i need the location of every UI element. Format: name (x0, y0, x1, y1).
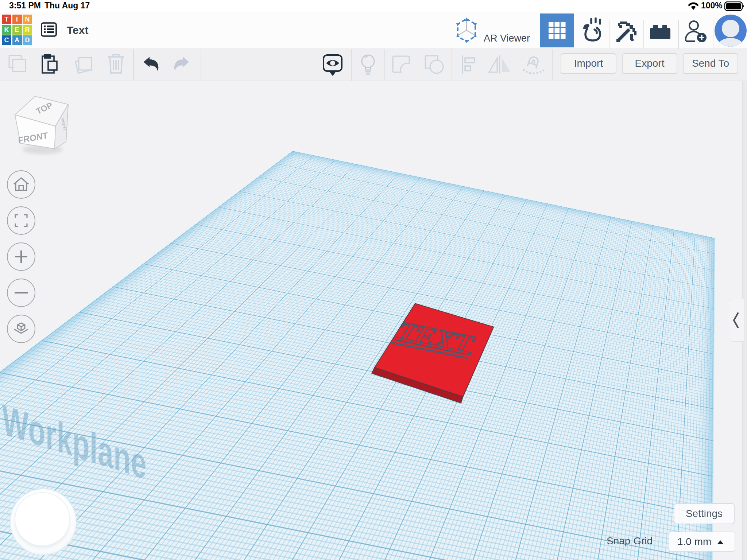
svg-text:Workplane: Workplane (2, 396, 147, 488)
